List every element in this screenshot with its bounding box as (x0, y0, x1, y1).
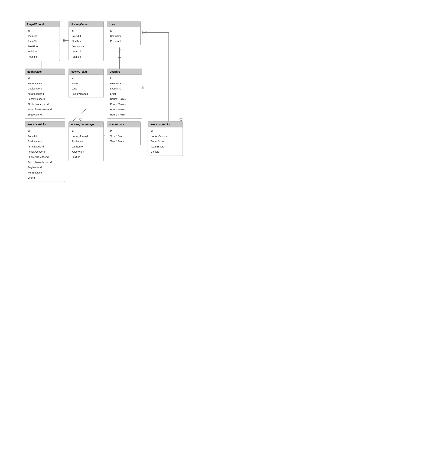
entity-gamescore: GameScore Id Team1Score Team2Score (107, 121, 140, 145)
field-hockeygame-starttime: StartTime (69, 39, 103, 44)
entity-hockeygame-body: Id RoundId StartTime Description Team1Id… (69, 27, 103, 61)
entity-userinfo-header: UserInfo (107, 69, 142, 75)
field-userinfo-lastname: LastName (107, 86, 142, 91)
field-userinfo-round2points: Round2Points (107, 102, 142, 107)
field-userstatspicks-faceoffswonleaderid: FaceoffsWonLeaderId (25, 160, 65, 165)
field-hockeyteam-logo: Logo (69, 86, 103, 91)
connections-svg (0, 0, 448, 476)
svg-point-32 (144, 31, 147, 34)
entity-userstatspicks: UserStatsPicks Id RoundId GoalLeaderId A… (25, 121, 65, 182)
field-gamescore-team1score: Team1Score (107, 134, 140, 139)
field-userinfo-email: Email (107, 91, 142, 97)
field-roundstats-plusminusleaderid: PlusMinusLeaderId (25, 102, 65, 107)
field-userinfo-round1points: Round1Points (107, 96, 142, 102)
entity-hockeyteam: HockeyTeam Id Name Logo HockeyTeamId (68, 68, 104, 98)
entity-hockeyteamplayer: HockeyTeamPlayer Id HockeyTeamId FirstNa… (68, 121, 104, 161)
field-roundstats-assistleaderid: AssistLeaderId (25, 91, 65, 97)
entity-gamescore-body: Id Team1Score Team2Score (107, 127, 140, 145)
entity-user-body: Id Username Password (107, 27, 140, 45)
svg-line-35 (81, 119, 82, 121)
field-userstatspicks-numshutouts: NumShutouts (25, 170, 65, 176)
field-userinfo-round4points: Round4Points (107, 112, 142, 117)
field-userstatspicks-userid: UserId (25, 175, 65, 181)
field-roundstats-goalleaderid: GoalLeaderId (25, 86, 65, 91)
field-hockeygame-team2id: Team2Id (69, 54, 103, 60)
field-userstatspicks-goalleaderid: GoalLeaderId (25, 139, 65, 144)
field-userinfo-id: Id (107, 76, 142, 81)
svg-line-49 (181, 119, 182, 121)
entity-userstatspicks-body: Id RoundId GoalLeaderId AssistLeaderId P… (25, 127, 65, 181)
field-hockeyteamplayer-jerseynum: JerseyNum (69, 149, 103, 154)
field-gamescore-id: Id (107, 129, 140, 134)
field-roundstats-faceoffswonleaderid: FaceoffsWonLeaderId (25, 107, 65, 112)
field-userstatspicks-assistleaderid: AssistLeaderId (25, 144, 65, 149)
entity-hockeyteamplayer-header: HockeyTeamPlayer (69, 121, 103, 127)
entity-hockeyteam-body: Id Name Logo HockeyTeamId (69, 75, 103, 97)
field-hockeyteamplayer-id: Id (69, 129, 103, 134)
field-playoffround-id: Id (25, 28, 60, 34)
field-roundstats-sogleaderid: SogLeaderId (25, 112, 65, 117)
field-userstatspicks-sogleaderid: SogLeaderId (25, 165, 65, 170)
entity-playoffround-header: PlayoffRound (25, 21, 60, 27)
entity-roundstats: RoundStats Id NumShutouts GoalLeaderId A… (25, 68, 65, 119)
entity-userscorepicks-body: Id HockeyGameId Team1Score Team2Score Ga… (148, 127, 183, 156)
field-hockeygame-description: Description (69, 44, 103, 49)
field-userstatspicks-penaltyleaderid: PenaltyLeaderId (25, 149, 65, 154)
field-hockeygame-team1id: Team1Id (69, 49, 103, 54)
entity-userinfo-body: Id FirstName LastName Email Round1Points… (107, 75, 142, 119)
field-playoffround-roundid: RoundId (25, 54, 60, 60)
entity-roundstats-body: Id NumShutouts GoalLeaderId AssistLeader… (25, 75, 65, 119)
field-playoffround-starttime: StartTime (25, 44, 60, 49)
entity-user: User Id Username Password (107, 21, 140, 45)
entity-hockeyteam-header: HockeyTeam (69, 69, 103, 75)
field-playoffround-endtime: EndTime (25, 49, 60, 54)
field-userstatspicks-id: Id (25, 129, 65, 134)
field-hockeygame-roundid: RoundId (69, 34, 103, 39)
field-gamescore-team2score: Team2Score (107, 139, 140, 144)
entity-gamescore-header: GameScore (107, 121, 140, 127)
entity-playoffround: PlayoffRound Id Team1Id Team2Id StartTim… (25, 21, 60, 61)
field-playoffround-team2id: Team2Id (25, 39, 60, 44)
field-playoffround-team1id: Team1Id (25, 34, 60, 39)
entity-roundstats-header: RoundStats (25, 69, 65, 75)
entity-hockeygame: HockeyGame Id RoundId StartTime Descript… (68, 21, 104, 61)
field-hockeyteamplayer-lastname: LastName (69, 144, 103, 149)
field-hockeygame-id: Id (69, 28, 103, 34)
diagram-container: PlayoffRound Id Team1Id Team2Id StartTim… (0, 0, 448, 476)
field-userinfo-round3points: Round3Points (107, 107, 142, 112)
entity-userscorepicks-header: UserScorePicks (148, 121, 183, 127)
field-hockeyteamplayer-position: Position (69, 154, 103, 160)
entity-hockeyteamplayer-body: Id HockeyTeamId FirstName LastName Jerse… (69, 127, 103, 161)
field-roundstats-penaltyleaderid: PenaltyLeaderId (25, 96, 65, 102)
field-hockeyteam-name: Name (69, 81, 103, 86)
field-user-password: Password (107, 39, 140, 44)
field-hockeyteamplayer-firstname: FirstName (69, 139, 103, 144)
field-roundstats-id: Id (25, 76, 65, 81)
field-hockeyteam-id: Id (69, 76, 103, 81)
entity-user-header: User (107, 21, 140, 27)
field-roundstats-numshutouts: NumShutouts (25, 81, 65, 86)
svg-point-20 (118, 49, 121, 51)
field-userscorepicks-hockeygameid: HockeyGameId (148, 134, 183, 139)
field-userscorepicks-id: Id (148, 129, 183, 134)
field-user-id: Id (107, 28, 140, 34)
svg-line-34 (79, 119, 81, 121)
field-userscorepicks-gameid: GameId (148, 149, 183, 154)
field-userinfo-firstname: FirstName (107, 81, 142, 86)
entity-playoffround-body: Id Team1Id Team2Id StartTime EndTime Rou… (25, 27, 60, 61)
entity-userscorepicks: UserScorePicks Id HockeyGameId Team1Scor… (148, 121, 183, 156)
entity-userstatspicks-header: UserStatsPicks (25, 121, 65, 127)
entity-userinfo: UserInfo Id FirstName LastName Email Rou… (107, 68, 142, 119)
field-user-username: Username (107, 34, 140, 39)
field-userscorepicks-team1score: Team1Score (148, 139, 183, 144)
field-userscorepicks-team2score: Team2Score (148, 144, 183, 149)
field-hockeyteamplayer-hockeyteamid: HockeyTeamId (69, 134, 103, 139)
field-userstatspicks-roundid: RoundId (25, 134, 65, 139)
field-userstatspicks-plusminusleaderid: PlusMinusLeaderId (25, 154, 65, 160)
svg-line-48 (179, 119, 181, 121)
entity-hockeygame-header: HockeyGame (69, 21, 103, 27)
field-hockeyteam-hockeyteamid: HockeyTeamId (69, 91, 103, 97)
